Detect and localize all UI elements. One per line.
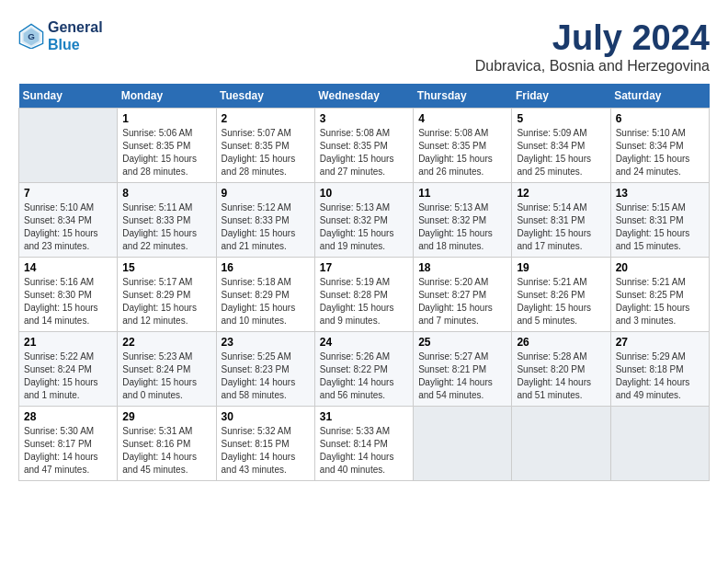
day-number: 12	[517, 187, 605, 200]
day-info: Sunrise: 5:15 AM Sunset: 8:31 PM Dayligh…	[616, 201, 704, 253]
day-info: Sunrise: 5:13 AM Sunset: 8:32 PM Dayligh…	[418, 201, 506, 253]
calendar-cell: 1Sunrise: 5:06 AM Sunset: 8:35 PM Daylig…	[118, 109, 216, 183]
calendar-cell: 31Sunrise: 5:33 AM Sunset: 8:14 PM Dayli…	[314, 407, 413, 481]
day-info: Sunrise: 5:21 AM Sunset: 8:25 PM Dayligh…	[616, 276, 704, 327]
calendar-cell	[610, 407, 709, 481]
day-number: 4	[418, 112, 506, 125]
week-row-4: 21Sunrise: 5:22 AM Sunset: 8:24 PM Dayli…	[19, 332, 710, 407]
day-info: Sunrise: 5:25 AM Sunset: 8:23 PM Dayligh…	[222, 350, 310, 402]
calendar-cell: 7Sunrise: 5:10 AM Sunset: 8:34 PM Daylig…	[19, 183, 118, 258]
calendar-cell: 12Sunrise: 5:14 AM Sunset: 8:31 PM Dayli…	[512, 183, 610, 258]
calendar-cell: 2Sunrise: 5:07 AM Sunset: 8:35 PM Daylig…	[216, 109, 314, 183]
weekday-header-thursday: Thursday	[414, 84, 512, 109]
calendar-cell: 23Sunrise: 5:25 AM Sunset: 8:23 PM Dayli…	[216, 332, 314, 407]
weekday-header-wednesday: Wednesday	[314, 84, 413, 109]
day-number: 8	[122, 187, 210, 200]
day-info: Sunrise: 5:14 AM Sunset: 8:31 PM Dayligh…	[517, 201, 605, 253]
day-info: Sunrise: 5:13 AM Sunset: 8:32 PM Dayligh…	[320, 201, 408, 253]
calendar-cell: 16Sunrise: 5:18 AM Sunset: 8:29 PM Dayli…	[216, 258, 314, 332]
calendar-cell: 10Sunrise: 5:13 AM Sunset: 8:32 PM Dayli…	[314, 183, 413, 258]
day-info: Sunrise: 5:17 AM Sunset: 8:29 PM Dayligh…	[122, 276, 210, 327]
day-info: Sunrise: 5:07 AM Sunset: 8:35 PM Dayligh…	[222, 127, 310, 178]
day-info: Sunrise: 5:06 AM Sunset: 8:35 PM Dayligh…	[122, 127, 210, 178]
calendar-cell: 30Sunrise: 5:32 AM Sunset: 8:15 PM Dayli…	[216, 407, 314, 481]
weekday-header-tuesday: Tuesday	[216, 84, 314, 109]
day-number: 11	[418, 187, 506, 200]
calendar-cell: 21Sunrise: 5:22 AM Sunset: 8:24 PM Dayli…	[19, 332, 118, 407]
day-number: 15	[122, 261, 210, 274]
day-number: 18	[418, 261, 506, 274]
day-number: 29	[122, 410, 210, 423]
day-info: Sunrise: 5:21 AM Sunset: 8:26 PM Dayligh…	[517, 276, 605, 327]
day-info: Sunrise: 5:08 AM Sunset: 8:35 PM Dayligh…	[320, 127, 408, 178]
day-info: Sunrise: 5:22 AM Sunset: 8:24 PM Dayligh…	[24, 350, 112, 402]
calendar-cell: 22Sunrise: 5:23 AM Sunset: 8:24 PM Dayli…	[118, 332, 216, 407]
day-number: 21	[24, 336, 112, 349]
day-info: Sunrise: 5:30 AM Sunset: 8:17 PM Dayligh…	[24, 425, 112, 477]
calendar-cell	[414, 407, 512, 481]
logo-icon: G	[18, 23, 44, 49]
calendar-cell: 19Sunrise: 5:21 AM Sunset: 8:26 PM Dayli…	[512, 258, 610, 332]
day-info: Sunrise: 5:18 AM Sunset: 8:29 PM Dayligh…	[222, 276, 310, 327]
header: G General Blue July 2024 Dubravica, Bosn…	[18, 18, 710, 75]
day-number: 2	[222, 112, 310, 125]
day-info: Sunrise: 5:12 AM Sunset: 8:33 PM Dayligh…	[222, 201, 310, 253]
day-info: Sunrise: 5:33 AM Sunset: 8:14 PM Dayligh…	[320, 425, 408, 477]
week-row-1: 1Sunrise: 5:06 AM Sunset: 8:35 PM Daylig…	[19, 109, 710, 183]
day-number: 5	[517, 112, 605, 125]
calendar-cell: 20Sunrise: 5:21 AM Sunset: 8:25 PM Dayli…	[610, 258, 709, 332]
day-number: 14	[24, 261, 112, 274]
calendar-cell: 6Sunrise: 5:10 AM Sunset: 8:34 PM Daylig…	[610, 109, 709, 183]
day-info: Sunrise: 5:10 AM Sunset: 8:34 PM Dayligh…	[616, 127, 704, 178]
day-info: Sunrise: 5:20 AM Sunset: 8:27 PM Dayligh…	[418, 276, 506, 327]
calendar-table: SundayMondayTuesdayWednesdayThursdayFrid…	[18, 84, 710, 481]
weekday-header-friday: Friday	[512, 84, 610, 109]
day-number: 24	[320, 336, 408, 349]
calendar-cell: 18Sunrise: 5:20 AM Sunset: 8:27 PM Dayli…	[414, 258, 512, 332]
week-row-2: 7Sunrise: 5:10 AM Sunset: 8:34 PM Daylig…	[19, 183, 710, 258]
weekday-header-saturday: Saturday	[610, 84, 709, 109]
day-number: 27	[616, 336, 704, 349]
day-number: 9	[222, 187, 310, 200]
day-number: 7	[24, 187, 112, 200]
day-number: 20	[616, 261, 704, 274]
day-info: Sunrise: 5:09 AM Sunset: 8:34 PM Dayligh…	[517, 127, 605, 178]
calendar-cell	[512, 407, 610, 481]
calendar-cell	[19, 109, 118, 183]
day-info: Sunrise: 5:26 AM Sunset: 8:22 PM Dayligh…	[320, 350, 408, 402]
week-row-5: 28Sunrise: 5:30 AM Sunset: 8:17 PM Dayli…	[19, 407, 710, 481]
day-number: 31	[320, 410, 408, 423]
week-row-3: 14Sunrise: 5:16 AM Sunset: 8:30 PM Dayli…	[19, 258, 710, 332]
weekday-header-monday: Monday	[118, 84, 216, 109]
day-info: Sunrise: 5:23 AM Sunset: 8:24 PM Dayligh…	[122, 350, 210, 402]
day-number: 19	[517, 261, 605, 274]
calendar-cell: 8Sunrise: 5:11 AM Sunset: 8:33 PM Daylig…	[118, 183, 216, 258]
weekday-header-sunday: Sunday	[19, 84, 118, 109]
day-info: Sunrise: 5:11 AM Sunset: 8:33 PM Dayligh…	[122, 201, 210, 253]
day-number: 1	[122, 112, 210, 125]
weekday-header-row: SundayMondayTuesdayWednesdayThursdayFrid…	[19, 84, 710, 109]
calendar-cell: 14Sunrise: 5:16 AM Sunset: 8:30 PM Dayli…	[19, 258, 118, 332]
day-number: 13	[616, 187, 704, 200]
day-number: 17	[320, 261, 408, 274]
day-number: 10	[320, 187, 408, 200]
day-number: 6	[616, 112, 704, 125]
logo-text: General Blue	[48, 18, 103, 53]
calendar-cell: 4Sunrise: 5:08 AM Sunset: 8:35 PM Daylig…	[414, 109, 512, 183]
calendar-cell: 3Sunrise: 5:08 AM Sunset: 8:35 PM Daylig…	[314, 109, 413, 183]
day-number: 30	[222, 410, 310, 423]
day-info: Sunrise: 5:19 AM Sunset: 8:28 PM Dayligh…	[320, 276, 408, 327]
day-number: 16	[222, 261, 310, 274]
day-info: Sunrise: 5:28 AM Sunset: 8:20 PM Dayligh…	[517, 350, 605, 402]
calendar-cell: 9Sunrise: 5:12 AM Sunset: 8:33 PM Daylig…	[216, 183, 314, 258]
calendar-cell: 26Sunrise: 5:28 AM Sunset: 8:20 PM Dayli…	[512, 332, 610, 407]
day-info: Sunrise: 5:08 AM Sunset: 8:35 PM Dayligh…	[418, 127, 506, 178]
svg-text:G: G	[28, 31, 35, 41]
day-info: Sunrise: 5:32 AM Sunset: 8:15 PM Dayligh…	[222, 425, 310, 477]
calendar-cell: 25Sunrise: 5:27 AM Sunset: 8:21 PM Dayli…	[414, 332, 512, 407]
calendar-cell: 15Sunrise: 5:17 AM Sunset: 8:29 PM Dayli…	[118, 258, 216, 332]
day-number: 22	[122, 336, 210, 349]
day-info: Sunrise: 5:10 AM Sunset: 8:34 PM Dayligh…	[24, 201, 112, 253]
day-number: 3	[320, 112, 408, 125]
calendar-cell: 29Sunrise: 5:31 AM Sunset: 8:16 PM Dayli…	[118, 407, 216, 481]
